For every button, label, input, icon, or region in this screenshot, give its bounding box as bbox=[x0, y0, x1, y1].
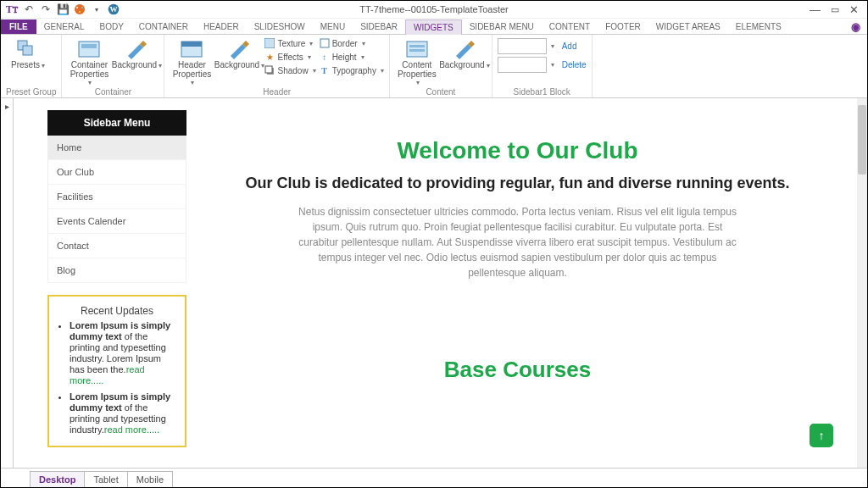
svg-rect-15 bbox=[320, 39, 329, 47]
vertical-scrollbar[interactable] bbox=[857, 98, 867, 468]
tab-sidebar-menu[interactable]: SIDEBAR MENU bbox=[462, 19, 542, 34]
container-background-button[interactable]: Background▾ bbox=[114, 36, 159, 70]
list-item: Lorem Ipsum is simply dummy text of the … bbox=[70, 320, 176, 386]
ribbon-group-content: Content Properties▾ Background▾ Content bbox=[390, 35, 492, 97]
design-canvas: Sidebar Menu Home Our Club Facilities Ev… bbox=[14, 98, 857, 468]
content-props-icon bbox=[404, 38, 430, 60]
effects-icon: ★ bbox=[264, 52, 275, 62]
panel-expand-button[interactable]: ▸ bbox=[1, 98, 14, 468]
tab-body[interactable]: BODY bbox=[92, 19, 131, 34]
sidebar-menu-title: Sidebar Menu bbox=[47, 110, 186, 136]
page-subheading: Our Club is dedicated to providing regul… bbox=[229, 175, 806, 192]
svg-rect-9 bbox=[81, 44, 97, 48]
container-properties-button[interactable]: Container Properties▾ bbox=[67, 36, 111, 86]
tab-elements[interactable]: ELEMENTS bbox=[728, 19, 789, 34]
svg-rect-17 bbox=[409, 45, 425, 47]
texture-button[interactable]: Texture▾ bbox=[264, 38, 315, 48]
svg-rect-11 bbox=[181, 42, 202, 47]
read-more-link[interactable]: read more..... bbox=[104, 424, 159, 435]
undo-icon[interactable]: ↶ bbox=[23, 3, 35, 15]
block-select-1[interactable] bbox=[498, 38, 547, 54]
maximize-icon[interactable]: ▭ bbox=[831, 4, 839, 15]
qat-drop-caret-icon[interactable]: ▾ bbox=[91, 3, 103, 15]
arrow-up-icon: ↑ bbox=[819, 429, 825, 442]
tab-menu[interactable]: MENU bbox=[313, 19, 353, 34]
svg-point-3 bbox=[79, 11, 81, 13]
ribbon-group-preset: Presets▾ Preset Group bbox=[1, 35, 62, 97]
border-icon bbox=[320, 38, 330, 48]
device-tab-mobile[interactable]: Mobile bbox=[127, 471, 173, 487]
widget-title: Recent Updates bbox=[58, 302, 176, 320]
window-title: TT-7theme--00105-TemplateToaster bbox=[359, 4, 508, 14]
tab-container[interactable]: CONTAINER bbox=[131, 19, 196, 34]
sidebar-item-contact[interactable]: Contact bbox=[48, 234, 186, 258]
svg-point-0 bbox=[75, 4, 85, 14]
device-tab-tablet[interactable]: Tablet bbox=[84, 471, 127, 487]
recent-updates-widget[interactable]: Recent Updates Lorem Ipsum is simply dum… bbox=[47, 295, 186, 447]
sidebar-item-blog[interactable]: Blog bbox=[48, 258, 186, 283]
svg-point-1 bbox=[76, 7, 78, 8]
tab-header[interactable]: HEADER bbox=[196, 19, 247, 34]
sidebar-widget: Sidebar Menu Home Our Club Facilities Ev… bbox=[47, 110, 186, 447]
texture-icon bbox=[264, 38, 275, 48]
svg-text:W: W bbox=[110, 5, 118, 14]
typography-icon: T bbox=[320, 65, 330, 75]
add-link[interactable]: Add bbox=[562, 42, 577, 51]
content-properties-button[interactable]: Content Properties▾ bbox=[395, 36, 439, 86]
brush-icon bbox=[124, 38, 149, 60]
sidebar-item-home[interactable]: Home bbox=[48, 136, 186, 160]
tab-sidebar[interactable]: SIDEBAR bbox=[353, 19, 405, 34]
ribbon-group-sidebar-block: ▾ Add ▾ Delete Sidebar1 Block bbox=[492, 35, 593, 97]
header-props-icon bbox=[179, 38, 204, 60]
sidebar-item-facilities[interactable]: Facilities bbox=[48, 185, 186, 209]
svg-rect-8 bbox=[79, 42, 99, 57]
close-icon[interactable]: ✕ bbox=[849, 3, 859, 16]
brush-icon bbox=[452, 38, 477, 60]
sidebar-item-our-club[interactable]: Our Club bbox=[48, 160, 186, 185]
presets-icon bbox=[15, 38, 41, 60]
ribbon-group-container: Container Properties▾ Background▾ Contai… bbox=[62, 35, 164, 97]
container-props-icon bbox=[76, 38, 102, 60]
tab-general[interactable]: GENERAL bbox=[36, 19, 92, 34]
svg-rect-7 bbox=[23, 46, 32, 55]
wordpress-icon[interactable]: W bbox=[108, 3, 120, 15]
tab-widgets[interactable]: WIDGETS bbox=[405, 19, 462, 35]
group-label: Header bbox=[170, 86, 383, 97]
help-icon[interactable]: ◉ bbox=[851, 20, 867, 33]
shadow-button[interactable]: Shadow▾ bbox=[264, 65, 315, 75]
svg-rect-18 bbox=[409, 49, 425, 52]
svg-point-2 bbox=[81, 7, 83, 8]
delete-link[interactable]: Delete bbox=[562, 60, 587, 69]
brush-icon bbox=[226, 38, 252, 60]
scroll-top-button[interactable]: ↑ bbox=[810, 424, 833, 447]
sidebar-item-events[interactable]: Events Calender bbox=[48, 209, 186, 234]
border-button[interactable]: Border▾ bbox=[320, 38, 384, 48]
block-select-2[interactable] bbox=[498, 57, 547, 73]
tab-slideshow[interactable]: SLIDESHOW bbox=[247, 19, 313, 34]
save-icon[interactable]: 💾 bbox=[57, 3, 69, 15]
effects-button[interactable]: ★Effects▾ bbox=[264, 52, 315, 62]
group-label: Sidebar1 Block bbox=[498, 86, 587, 97]
group-label: Container bbox=[67, 86, 159, 97]
device-tab-strip: Desktop Tablet Mobile bbox=[1, 468, 867, 487]
content-background-button[interactable]: Background▾ bbox=[442, 36, 487, 70]
tab-widget-areas[interactable]: WIDGET AREAS bbox=[648, 19, 728, 34]
redo-icon[interactable]: ↷ bbox=[40, 3, 52, 15]
scroll-thumb[interactable] bbox=[858, 105, 866, 175]
page-body-text: Netus dignissim consectetuer ultricies c… bbox=[298, 204, 738, 280]
device-tab-desktop[interactable]: Desktop bbox=[30, 471, 85, 487]
height-button[interactable]: ↕Height▾ bbox=[320, 52, 384, 62]
height-icon: ↕ bbox=[320, 52, 330, 62]
color-theme-icon[interactable] bbox=[74, 3, 86, 15]
minimize-icon[interactable]: — bbox=[810, 3, 821, 16]
svg-rect-12 bbox=[264, 38, 275, 48]
tab-file[interactable]: FILE bbox=[1, 19, 36, 34]
header-properties-button[interactable]: Header Properties▾ bbox=[170, 36, 214, 86]
typography-button[interactable]: TTypography▾ bbox=[320, 65, 384, 75]
svg-rect-14 bbox=[265, 66, 272, 73]
tab-footer[interactable]: FOOTER bbox=[598, 19, 648, 34]
header-background-button[interactable]: Background▾ bbox=[217, 36, 261, 70]
presets-button[interactable]: Presets▾ bbox=[6, 36, 50, 70]
group-label: Preset Group bbox=[6, 86, 56, 97]
tab-content[interactable]: CONTENT bbox=[542, 19, 598, 34]
